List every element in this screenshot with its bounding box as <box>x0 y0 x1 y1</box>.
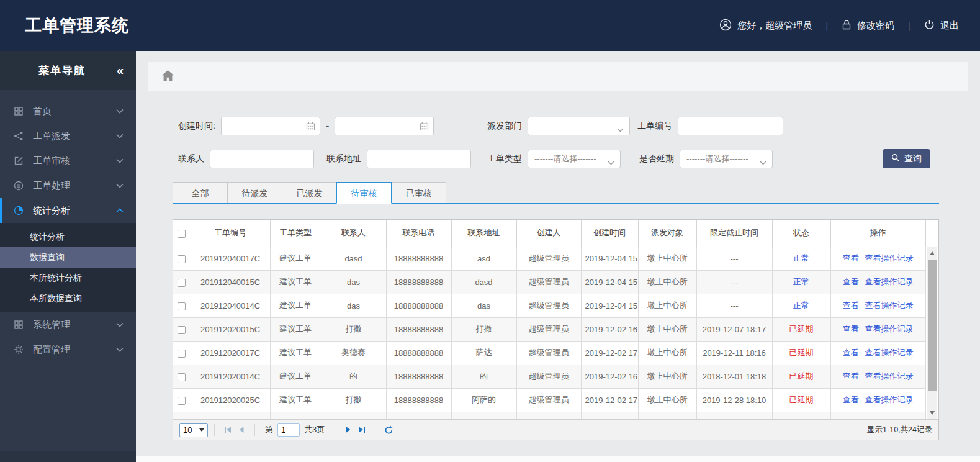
submenu-item-branch-data-query[interactable]: 本所数据查询 <box>0 288 136 309</box>
sidebar-collapse-icon[interactable]: « <box>117 63 122 78</box>
sidebar-item-order-process[interactable]: 工单处理 <box>0 173 136 198</box>
sidebar-item-config-management[interactable]: 配置管理 <box>0 337 136 362</box>
col-created: 创建时间 <box>581 220 638 247</box>
view-log-link[interactable]: 查看操作记录 <box>865 253 914 263</box>
last-page-button[interactable] <box>357 425 366 434</box>
next-page-button[interactable] <box>344 425 353 434</box>
submenu-item-statistics[interactable]: 统计分析 <box>0 227 136 247</box>
pager-divider <box>254 424 255 436</box>
prev-page-button[interactable] <box>237 425 246 434</box>
row-checkbox[interactable] <box>178 350 186 358</box>
view-log-link[interactable]: 查看操作记录 <box>865 324 914 333</box>
view-link[interactable]: 查看 <box>843 277 859 286</box>
sidebar-item-home[interactable]: 首页 <box>0 99 136 124</box>
cell-order-no: 201912040014C <box>191 294 270 317</box>
cell-order-type: 建议工单 <box>270 294 321 317</box>
table-scrollbar[interactable] <box>927 247 937 419</box>
sidebar-item-order-dispatch[interactable]: 工单派发 <box>0 124 136 148</box>
row-checkbox[interactable] <box>178 373 186 381</box>
submenu-item-branch-statistics[interactable]: 本所统计分析 <box>0 268 136 288</box>
home-icon[interactable] <box>162 70 174 83</box>
col-target: 派发对象 <box>638 220 696 247</box>
view-log-link[interactable]: 查看操作记录 <box>865 277 914 286</box>
view-link[interactable]: 查看 <box>843 371 859 381</box>
address-input[interactable] <box>367 150 471 168</box>
col-status: 状态 <box>772 220 830 247</box>
edit-icon <box>12 156 25 166</box>
calendar-icon[interactable] <box>420 122 429 134</box>
change-password-label: 修改密码 <box>857 20 894 32</box>
cell-contact: das <box>321 294 386 317</box>
chevron-down-icon <box>199 428 204 432</box>
tab-dispatched[interactable]: 已派发 <box>282 182 337 204</box>
app-header: 工单管理系统 您好，超级管理员 | 修改密码 | 退出 <box>0 0 980 51</box>
cell-address: asd <box>451 247 516 270</box>
header-divider: | <box>908 20 910 31</box>
row-checkbox[interactable] <box>178 302 186 310</box>
refresh-button[interactable] <box>384 425 393 435</box>
chevron-down-icon <box>608 158 614 167</box>
created-time-start-input[interactable] <box>221 117 320 135</box>
page-number-input[interactable] <box>277 423 300 437</box>
first-page-button[interactable] <box>223 425 232 434</box>
view-log-link[interactable]: 查看操作记录 <box>865 371 914 381</box>
select-placeholder: -------请选择------- <box>534 153 596 165</box>
row-checkbox[interactable] <box>178 255 186 263</box>
work-order-table: 工单编号 工单类型 联系人 联系电话 联系地址 创建人 创建时间 派发对象 限定… <box>173 220 926 419</box>
view-link[interactable]: 查看 <box>843 324 859 333</box>
cell-order-no: 201912020015C <box>191 317 270 341</box>
scroll-up-arrow-icon[interactable] <box>930 251 935 255</box>
row-checkbox[interactable] <box>178 397 186 405</box>
calendar-icon[interactable] <box>306 122 315 134</box>
dispatch-dept-select[interactable] <box>528 117 630 135</box>
row-checkbox[interactable] <box>178 279 186 287</box>
scrollbar-thumb[interactable] <box>928 260 937 391</box>
scroll-down-arrow-icon[interactable] <box>930 411 935 415</box>
search-icon <box>891 153 900 164</box>
total-pages-label: 共3页 <box>304 424 325 435</box>
cell-phone: 18888888888 <box>386 317 451 341</box>
change-password-button[interactable]: 修改密码 <box>842 19 894 32</box>
chevron-down-icon <box>116 134 124 138</box>
tab-all[interactable]: 全部 <box>173 182 228 204</box>
view-link[interactable]: 查看 <box>843 301 859 310</box>
order-no-input[interactable] <box>678 117 783 135</box>
view-link[interactable]: 查看 <box>843 395 859 404</box>
sidebar-footer <box>0 451 136 462</box>
tab-pending-dispatch[interactable]: 待派发 <box>227 182 282 204</box>
submenu-item-data-query[interactable]: 数据查询 <box>0 247 136 268</box>
created-time-label: 创建时间: <box>178 120 215 132</box>
view-log-link[interactable]: 查看操作记录 <box>865 348 914 357</box>
cell-deadline: 2019-12-28 18:10 <box>696 388 772 412</box>
sidebar-item-system-management[interactable]: 系统管理 <box>0 312 136 337</box>
greeting-text: 您好，超级管理员 <box>737 20 812 32</box>
tab-reviewed[interactable]: 已审核 <box>391 182 446 204</box>
sidebar-item-statistics[interactable]: 统计分析 <box>0 198 136 223</box>
user-greeting[interactable]: 您好，超级管理员 <box>719 19 812 33</box>
cell-contact: das <box>321 270 386 294</box>
gear-icon <box>12 345 25 355</box>
chevron-down-icon <box>116 158 124 163</box>
grid-icon <box>12 320 25 330</box>
table-row: 201912040015C 建议工单 das 18888888888 dasd … <box>173 270 925 294</box>
search-button[interactable]: 查询 <box>883 149 930 168</box>
page-size-select[interactable]: 10 <box>179 423 208 437</box>
view-link[interactable]: 查看 <box>843 348 859 357</box>
select-all-checkbox[interactable] <box>178 230 186 238</box>
cell-address: 打撒 <box>451 317 516 341</box>
cell-order-type: 建议工单 <box>270 247 321 270</box>
view-link[interactable]: 查看 <box>843 253 859 263</box>
created-time-end-input[interactable] <box>335 117 434 135</box>
work-order-grid: 工单编号 工单类型 联系人 联系电话 联系地址 创建人 创建时间 派发对象 限定… <box>173 219 939 440</box>
view-log-link[interactable]: 查看操作记录 <box>865 395 914 404</box>
sidebar-item-order-review[interactable]: 工单审核 <box>0 148 136 173</box>
row-checkbox[interactable] <box>178 326 186 334</box>
cell-address: dasd <box>451 270 516 294</box>
delay-select[interactable]: -------请选择------- <box>680 150 773 168</box>
contact-input[interactable] <box>210 150 314 168</box>
tab-pending-review[interactable]: 待审核 <box>336 182 392 204</box>
logout-button[interactable]: 退出 <box>924 19 959 32</box>
view-log-link[interactable]: 查看操作记录 <box>865 301 914 310</box>
order-type-select[interactable]: -------请选择------- <box>528 150 621 168</box>
col-order-type: 工单类型 <box>270 220 321 247</box>
